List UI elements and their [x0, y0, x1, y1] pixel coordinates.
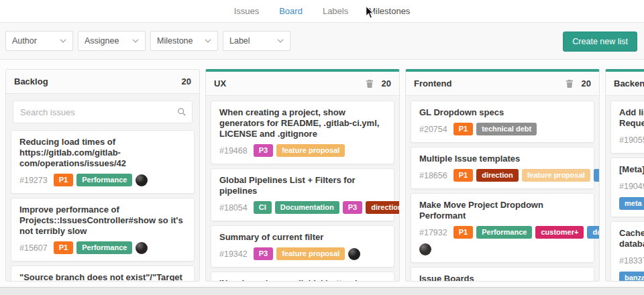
issue-card[interactable]: Add line comments to diffs in Merge Requ…: [610, 101, 644, 154]
delete-list-button[interactable]: [366, 79, 374, 88]
issue-title[interactable]: Cache rendered Markdown in the database …: [619, 228, 644, 249]
issue-card[interactable]: Improve performance of Projects::IssuesC…: [11, 198, 195, 261]
issue-meta-row: #19055P1: [619, 133, 644, 146]
issue-title[interactable]: [Meta] Consolidate issue templates: [619, 164, 644, 175]
tab-issues[interactable]: Issues: [234, 6, 260, 16]
label-pill[interactable]: Performance: [476, 226, 532, 239]
filter-dropdown-assignee[interactable]: Assignee: [78, 31, 146, 51]
label-pill[interactable]: P1: [453, 169, 473, 182]
issue-card[interactable]: [Meta] Consolidate issue templates#19049…: [610, 158, 644, 217]
label-pill[interactable]: Performance: [76, 174, 132, 186]
filter-dropdown-label: Assignee: [85, 36, 119, 46]
filter-dropdown-milestone[interactable]: Milestone: [150, 31, 218, 51]
label-pill[interactable]: feature proposal: [276, 144, 345, 157]
label-pill[interactable]: P1: [54, 174, 73, 186]
issue-meta-row: meta: [619, 197, 644, 210]
column-header: Frontend20: [406, 72, 599, 96]
issue-title[interactable]: Improve performance of Projects::IssuesC…: [19, 204, 186, 237]
column-title: UX: [214, 78, 366, 88]
top-nav: IssuesBoardLabelsMilestones: [0, 0, 644, 23]
filter-dropdown-label: Label: [229, 36, 250, 46]
issue-meta-row: [419, 243, 586, 255]
issue-card[interactable]: Global Pipelines List + Filters for pipe…: [211, 168, 394, 221]
column-body: Add line comments to diffs in Merge Requ…: [606, 96, 644, 281]
board-column-ux: UX20When creating a project, show genera…: [205, 69, 400, 282]
issue-title[interactable]: Issue Boards: [419, 274, 586, 281]
issue-meta-row: #20754P1technical debt: [419, 123, 586, 135]
label-pill[interactable]: feature proposal: [522, 169, 590, 182]
issue-card[interactable]: Reducing load times of https://gitlab.co…: [11, 130, 195, 194]
issue-meta-row: #19468P3feature proposal: [219, 144, 386, 157]
label-pill[interactable]: P3: [254, 144, 273, 157]
issue-title[interactable]: Add line comments to diffs in Merge Requ…: [619, 107, 644, 129]
tab-milestones[interactable]: Milestones: [368, 6, 410, 16]
label-pill[interactable]: feature proposal: [276, 247, 345, 260]
nav-tabs: IssuesBoardLabelsMilestones: [234, 6, 411, 16]
filter-bar: AuthorAssigneeMilestoneLabel: [0, 23, 644, 60]
filter-dropdown-author[interactable]: Author: [5, 31, 73, 51]
issue-card[interactable]: 'New branch unavailable' button is green…: [211, 272, 394, 281]
issue-card[interactable]: Multiple Issue templates#18656P1directio…: [411, 147, 594, 189]
label-pill[interactable]: direction: [476, 169, 518, 182]
tab-board[interactable]: Board: [279, 6, 303, 16]
label-pill[interactable]: banzai: [619, 272, 644, 281]
label-pill[interactable]: P3: [343, 201, 362, 214]
issue-title[interactable]: GL Dropdown specs: [419, 107, 586, 118]
issue-title[interactable]: Reducing load times of https://gitlab.co…: [19, 137, 186, 169]
page-bottom-strip: [0, 287, 644, 295]
search-input[interactable]: [13, 101, 193, 123]
label-pill[interactable]: meta: [619, 197, 644, 210]
issue-meta-row: banzaidatabase: [619, 272, 644, 281]
label-pill[interactable]: P3: [254, 247, 273, 260]
label-pill[interactable]: direction: [366, 201, 399, 214]
label-pill[interactable]: customer+: [535, 226, 584, 239]
label-pill[interactable]: P1: [453, 123, 473, 135]
label-pill[interactable]: issues: [594, 169, 599, 182]
chevron-down-icon: [277, 39, 284, 43]
issue-title[interactable]: 'New branch unavailable' button is green…: [219, 278, 386, 281]
label-pill[interactable]: technical debt: [476, 123, 537, 135]
issue-card[interactable]: Summary of current filter#19342P3feature…: [211, 225, 394, 268]
issue-title[interactable]: Global Pipelines List + Filters for pipe…: [219, 175, 386, 196]
issue-card[interactable]: Cache rendered Markdown in the database …: [610, 221, 644, 281]
issue-meta-row: #15607P1Performance: [19, 241, 186, 254]
issue-meta-row: #18337Performance: [619, 254, 644, 267]
column-header: Backend20: [606, 72, 644, 96]
issue-number: #17932: [419, 228, 447, 237]
issue-card[interactable]: Make Move Project Dropdown Performant#17…: [411, 193, 594, 263]
filter-dropdowns: AuthorAssigneeMilestoneLabel: [5, 31, 290, 51]
issue-card[interactable]: "Source branch does not exist"/"Target b…: [11, 266, 195, 281]
label-pill[interactable]: P1: [54, 241, 73, 254]
issue-number: #20754: [419, 125, 447, 134]
issue-meta-row: #19342P3feature proposal: [219, 247, 386, 260]
filter-dropdown-label[interactable]: Label: [223, 31, 290, 51]
issue-title[interactable]: "Source branch does not exist"/"Target b…: [19, 272, 186, 281]
issue-title[interactable]: Multiple Issue templates: [419, 154, 586, 164]
issue-title[interactable]: Make Move Project Dropdown Performant: [419, 200, 586, 221]
issue-card[interactable]: Issue Boards#17907P1directionfeature pro…: [411, 267, 594, 281]
label-pill[interactable]: P1: [453, 226, 473, 239]
board-column-backend: Backend20Add line comments to diffs in M…: [605, 69, 644, 282]
tab-labels[interactable]: Labels: [323, 6, 348, 16]
avatar: [136, 174, 148, 186]
issue-card[interactable]: GL Dropdown specs#20754P1technical debt: [411, 101, 594, 143]
issue-meta-row: #19273P1Performance: [19, 174, 186, 186]
issue-title[interactable]: When creating a project, show generators…: [219, 107, 386, 139]
label-pill[interactable]: CI: [254, 201, 272, 214]
search-icon: [177, 107, 186, 117]
create-new-list-button[interactable]: Create new list: [563, 32, 637, 52]
column-title: Backend: [614, 78, 644, 88]
issue-title[interactable]: Summary of current filter: [219, 232, 386, 243]
label-pill[interactable]: database: [587, 226, 599, 239]
delete-list-button[interactable]: [566, 79, 574, 88]
issue-number: #18337: [619, 256, 644, 266]
column-header: Backlog20: [6, 70, 199, 94]
issue-meta-row: #17932P1Performancecustomer+database: [419, 226, 586, 239]
chevron-down-icon: [205, 39, 211, 43]
label-pill[interactable]: Performance: [76, 241, 132, 254]
label-pill[interactable]: Documentation: [275, 201, 339, 214]
issue-meta-row: #18054CIDocumentationP3direction: [219, 201, 386, 214]
avatar: [136, 242, 148, 254]
issue-card[interactable]: When creating a project, show generators…: [211, 101, 394, 164]
column-body: Reducing load times of https://gitlab.co…: [6, 94, 199, 281]
